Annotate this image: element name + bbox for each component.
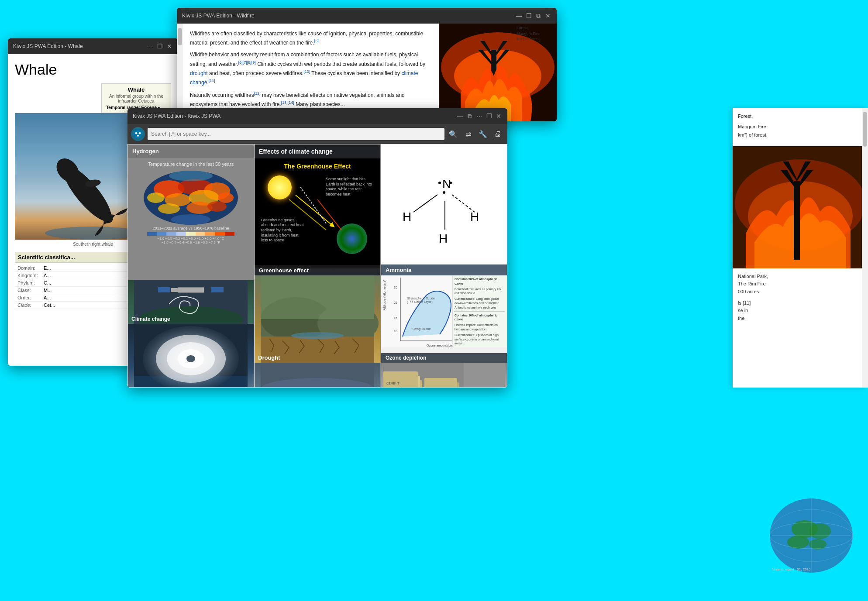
class-label: Class: — [15, 287, 41, 294]
ref-5: [5] — [314, 39, 319, 43]
greenhouse-content: The Greenhouse Effect — [255, 158, 380, 268]
minimize-button[interactable]: — — [516, 12, 523, 19]
svg-text:H: H — [439, 232, 448, 245]
drought-item[interactable]: Drought — [255, 275, 380, 363]
hydrogen-chart-subtitle: 2011–2021 average vs 1956–1976 baseline — [152, 226, 229, 230]
kiwix-window-controls: — ⧉ ··· ❐ ✕ — [457, 113, 502, 120]
svg-point-25 — [171, 214, 210, 225]
print-button[interactable]: 🖨 — [492, 128, 504, 140]
portland-cement-item[interactable]: CEMENT Portland Material equal - 31, 201… — [381, 363, 507, 388]
search-button[interactable]: 🔍 — [447, 128, 459, 140]
order-label: Order: — [15, 294, 41, 302]
the-text: the — [738, 315, 863, 323]
svg-point-23 — [207, 201, 227, 212]
scrollbar[interactable] — [177, 24, 183, 121]
close-button[interactable]: ✕ — [544, 12, 551, 19]
restore-button[interactable]: ⧉ — [535, 12, 542, 19]
menu-button[interactable]: ··· — [476, 113, 483, 120]
svg-point-24 — [169, 171, 213, 181]
ammonia-item[interactable]: N H H H Ammonia — [381, 144, 507, 275]
minimize-button[interactable]: — — [457, 113, 464, 120]
wildfire-para3c: Many plant species... — [296, 101, 345, 107]
svg-point-52 — [443, 191, 445, 194]
ref-text: ls.[11] — [738, 299, 863, 307]
ozone-text-panel: Contains 90% of atmospheric ozone Benefi… — [452, 275, 507, 347]
svg-rect-77 — [383, 371, 418, 388]
globe-image: Material equal - 31, 2016 — [768, 496, 855, 575]
wildfire-continuation: Forest, Mangum Fire km²) of forest. — [733, 108, 868, 146]
wildfire-window-title: Kiwix JS PWA Edition - Wildfire — [182, 13, 512, 19]
maximize-button[interactable]: ❐ — [525, 12, 532, 19]
scrollbar-thumb[interactable] — [178, 28, 182, 45]
whale-infobox-name: Whale — [104, 86, 168, 93]
svg-line-56 — [413, 195, 437, 212]
hydrogen-content: Temperature change in the last 50 years — [128, 158, 254, 280]
domain-label: Domain: — [15, 264, 41, 272]
ammonia-col: N H H H Ammonia — [381, 144, 507, 388]
settings-button[interactable]: 🔧 — [477, 128, 489, 140]
svg-point-11 — [139, 132, 141, 134]
sidebar-text-forest: Forest, — [738, 113, 863, 120]
phylum-label: Phylum: — [15, 279, 41, 287]
ref-10: [10] — [303, 69, 310, 74]
svg-rect-28 — [171, 288, 204, 292]
svg-point-54 — [438, 182, 441, 184]
minimize-button[interactable]: — — [147, 43, 154, 50]
scale-fahrenheit: −1.0 −0.5 −0.4 +0.9 +1.8 +3.6 +7.2 °F — [162, 240, 220, 244]
restore-button[interactable]: ⧉ — [466, 113, 473, 120]
kiwix-main-window: Kiwix JS PWA Edition - Kiwix JS PWA — ⧉ … — [127, 108, 507, 388]
svg-point-12 — [137, 135, 139, 137]
close-button[interactable]: ✕ — [166, 43, 173, 50]
ref-1314: [13][14] — [281, 100, 294, 105]
se-text: se in — [738, 307, 863, 315]
svg-line-58 — [452, 195, 475, 212]
random-button[interactable]: ⇄ — [462, 128, 474, 140]
kiwix-content-grid: Hydrogen Temperature change in the last … — [127, 144, 507, 388]
wildfire-para3: Naturally occurring wildfires — [190, 92, 254, 98]
sidebar-text-mangum: Mangum Fire — [738, 123, 863, 131]
svg-point-21 — [158, 203, 180, 214]
right-scrollbar[interactable] — [862, 108, 868, 388]
maximize-button[interactable]: ❐ — [486, 113, 493, 120]
svg-point-91 — [787, 536, 809, 549]
svg-text:"Smog" ozone: "Smog" ozone — [411, 327, 431, 331]
whale-window-title: Kiwix JS PWA Edition - Whale — [13, 43, 143, 49]
svg-rect-47 — [261, 275, 374, 319]
svg-point-55 — [449, 182, 452, 184]
close-button[interactable]: ✕ — [495, 113, 502, 120]
svg-point-10 — [135, 132, 138, 134]
search-input[interactable] — [148, 128, 444, 140]
ozone-depletion-item[interactable]: Altitude (kilometers) 35 25 15 10 Ozone … — [381, 275, 507, 363]
ozone-depletion-label: Ozone depletion — [381, 353, 507, 363]
wildfire-content: Wildfires are often classified by charac… — [177, 24, 557, 121]
svg-rect-81 — [424, 378, 457, 388]
right-panel: Forest, Mangum Fire km²) of forest. Nati… — [733, 108, 868, 388]
hydrogen-item[interactable]: Hydrogen Temperature change in the last … — [127, 144, 254, 388]
svg-rect-87 — [794, 181, 800, 260]
svg-text:10: 10 — [394, 330, 397, 333]
ref-6789: [6][7][8][9] — [238, 60, 256, 65]
scale-celsius: −1.0 −0.5 −0.2 +0.2 +0.5 +1.0 +2.0 +4.0 … — [157, 237, 224, 240]
svg-text:Stratospheric Ozone: Stratospheric Ozone — [407, 297, 435, 300]
restore-button[interactable]: ❐ — [156, 43, 163, 50]
ammonia-label: Ammonia — [381, 264, 507, 275]
bottom-partial-item[interactable] — [255, 363, 380, 388]
tropical-cyclone-item[interactable]: Tropical cyclone — [128, 324, 254, 388]
national-park-text: National Park, — [738, 273, 863, 281]
effects-col: Effects of climate change The Greenhouse… — [254, 144, 381, 388]
wildfire-para1: Wildfires are often classified by charac… — [190, 31, 423, 46]
svg-point-48 — [291, 332, 344, 339]
climate-change-item[interactable]: Climate change — [128, 280, 254, 324]
drought-link[interactable]: drought — [190, 70, 208, 76]
whale-infobox-subtitle: An informal group within the infraorder … — [104, 94, 168, 103]
kingdom-label: Kingdom: — [15, 272, 41, 279]
effects-climate-change-item[interactable]: Effects of climate change The Greenhouse… — [255, 144, 380, 275]
kiwix-toolbar: 🔍 ⇄ 🔧 🖨 — [127, 124, 507, 144]
right-scrollbar-thumb[interactable] — [863, 112, 867, 147]
svg-text:Altitude (kilometers): Altitude (kilometers) — [382, 279, 386, 310]
svg-text:25: 25 — [394, 301, 397, 304]
wildfire-sidebar-text: Forest, Mangum Fire km²) of forest. — [517, 25, 556, 42]
greenhouse-desc2: Greenhouse gases absorb and redirect hea… — [261, 218, 305, 243]
svg-point-19 — [147, 192, 165, 203]
greenhouse-desc1: Some sunlight that hits Earth is reflect… — [326, 177, 374, 197]
